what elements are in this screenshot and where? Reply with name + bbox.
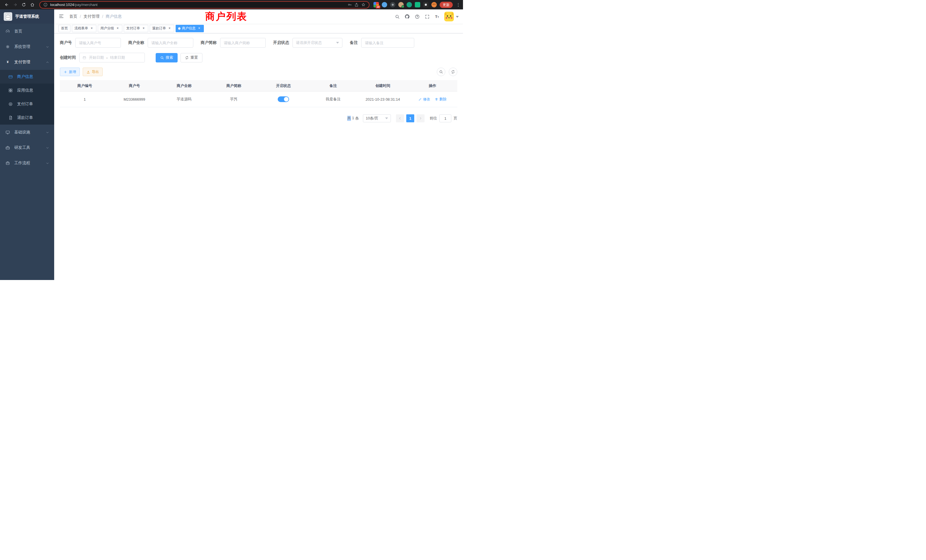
extension-icon-blue[interactable]	[382, 2, 387, 8]
date-range-picker[interactable]: 开始日期 - 结束日期	[79, 53, 145, 62]
site-info-icon[interactable]	[43, 3, 48, 7]
target-icon	[8, 101, 13, 107]
reset-button[interactable]: 重置	[180, 53, 203, 62]
close-icon[interactable]	[141, 26, 146, 30]
export-button-label: 导出	[92, 70, 99, 74]
remark-input[interactable]	[361, 38, 414, 48]
extension-icon-green-circle[interactable]	[407, 2, 412, 8]
close-icon[interactable]	[89, 26, 94, 30]
avatar	[444, 12, 454, 21]
chevron-down-icon	[336, 42, 339, 45]
merchant-short-input[interactable]	[220, 38, 266, 48]
sidebar-item-home[interactable]: 首页	[0, 24, 54, 39]
sidebar-item-dev-tools[interactable]: 研发工具	[0, 140, 54, 155]
extension-icon-avatar[interactable]	[398, 2, 404, 8]
tab-pay-order[interactable]: 支付订单	[124, 25, 148, 32]
close-icon[interactable]	[115, 26, 120, 30]
github-icon[interactable]	[404, 14, 410, 20]
browser-profile-avatar[interactable]	[431, 2, 437, 8]
tab-merchant-info[interactable]: 商户信息	[176, 25, 204, 32]
merchant-no-input[interactable]	[75, 38, 121, 48]
breadcrumb-payment[interactable]: 支付管理	[83, 14, 100, 19]
browser-menu-icon[interactable]: ⋮	[456, 2, 460, 8]
extension-icon-colorful[interactable]: 10	[374, 2, 379, 8]
sidebar-item-infrastructure[interactable]: 基础设施	[0, 125, 54, 140]
page-number-1[interactable]: 1	[406, 114, 414, 122]
toggle-search-button[interactable]	[437, 68, 445, 76]
status-select[interactable]: 请选择开启状态	[292, 38, 342, 48]
chevron-down-icon	[385, 118, 388, 121]
col-header: 商户号	[109, 83, 159, 88]
sidebar-item-refund-order[interactable]: 退款订单	[0, 111, 54, 125]
close-icon[interactable]	[197, 26, 201, 30]
page-size-select[interactable]: 10条/页	[363, 114, 391, 122]
navbar: 首页 / 支付管理 / 商户信息 商户列表 TT	[54, 9, 463, 24]
status-toggle[interactable]	[278, 96, 289, 102]
right-toolbar	[437, 68, 457, 76]
tab-user-group[interactable]: 用户分组	[98, 25, 122, 32]
svg-text:T: T	[435, 15, 437, 19]
merchant-name-input[interactable]	[148, 38, 193, 48]
back-button[interactable]	[3, 1, 10, 9]
reload-button[interactable]	[20, 1, 27, 9]
password-key-icon[interactable]	[348, 3, 352, 7]
sidebar-item-merchant-info[interactable]: 商户信息	[0, 70, 54, 83]
export-button[interactable]: 导出	[83, 68, 103, 76]
sidebar-item-payment[interactable]: ¥ 支付管理	[0, 54, 54, 70]
date-separator: -	[106, 56, 107, 60]
menu-label: 退款订单	[17, 115, 33, 120]
main-area: 首页 / 支付管理 / 商户信息 商户列表 TT	[54, 9, 463, 280]
chevron-down-icon	[46, 45, 49, 48]
search-button[interactable]: 搜索	[156, 53, 178, 62]
address-bar[interactable]: localhost:1024/pay/merchant	[39, 1, 369, 9]
prev-page-button[interactable]	[396, 114, 404, 122]
menu-label: 系统管理	[14, 44, 30, 49]
filter-merchant-no: 商户号	[60, 38, 121, 48]
add-button[interactable]: 新增	[60, 68, 80, 76]
share-icon[interactable]	[354, 3, 359, 7]
forward-button[interactable]	[11, 1, 19, 9]
chrome-update-button[interactable]: 更新	[440, 2, 453, 8]
home-button[interactable]	[29, 1, 36, 9]
tab-refund-order[interactable]: 退款订单	[150, 25, 174, 32]
fullscreen-icon[interactable]	[424, 14, 430, 20]
tab-flow-form[interactable]: 流程表单	[72, 25, 96, 32]
goto-page-input[interactable]	[439, 114, 451, 122]
help-icon[interactable]	[414, 14, 420, 20]
delete-link[interactable]: 删除	[435, 97, 446, 102]
row-actions: 修改 删除	[408, 97, 457, 102]
sidebar-item-app-info[interactable]: 应用信息	[0, 83, 54, 97]
search-icon[interactable]	[394, 14, 400, 20]
menu-label: 商户信息	[17, 74, 33, 79]
menu-label: 首页	[14, 29, 22, 34]
bookmark-star-icon[interactable]	[361, 3, 366, 7]
breadcrumb-home[interactable]: 首页	[69, 14, 77, 19]
refresh-button[interactable]	[449, 68, 457, 76]
col-header: 开启状态	[259, 83, 308, 88]
extension-icon-black[interactable]	[423, 2, 428, 8]
sidebar-item-pay-order[interactable]: 支付订单	[0, 97, 54, 111]
font-size-icon[interactable]: TT	[434, 14, 440, 20]
document-icon	[8, 115, 13, 120]
extension-icon-dark[interactable]	[390, 2, 395, 8]
filter-status: 开启状态 请选择开启状态	[273, 38, 342, 48]
page-content: 商户号 商户全称 商户简称 开启状态 请选择开启状态	[54, 33, 463, 280]
url-host: localhost:1024	[50, 3, 74, 7]
col-header: 商户简称	[209, 83, 259, 88]
chevron-down-icon	[456, 16, 459, 19]
sidebar-item-workflow[interactable]: 工作流程	[0, 155, 54, 171]
col-header: 商户全称	[159, 83, 209, 88]
next-page-button[interactable]	[416, 114, 425, 122]
sidebar-item-system[interactable]: 系统管理	[0, 39, 54, 54]
edit-link[interactable]: 修改	[419, 97, 430, 102]
cell-merchant-short: 芋艿	[209, 97, 259, 102]
sidebar-logo[interactable]: 芋道管理系统	[0, 9, 54, 24]
user-avatar-menu[interactable]	[444, 12, 459, 21]
sidebar: 芋道管理系统 首页 系统管理 ¥ 支付管理 商户信息	[0, 9, 54, 280]
briefcase-icon	[5, 160, 10, 166]
extension-icon-green-square[interactable]	[415, 2, 420, 8]
close-icon[interactable]	[167, 26, 172, 30]
total-prefix: 共	[347, 116, 351, 121]
tab-home[interactable]: 首页	[59, 25, 70, 32]
hamburger-icon[interactable]	[59, 14, 65, 20]
